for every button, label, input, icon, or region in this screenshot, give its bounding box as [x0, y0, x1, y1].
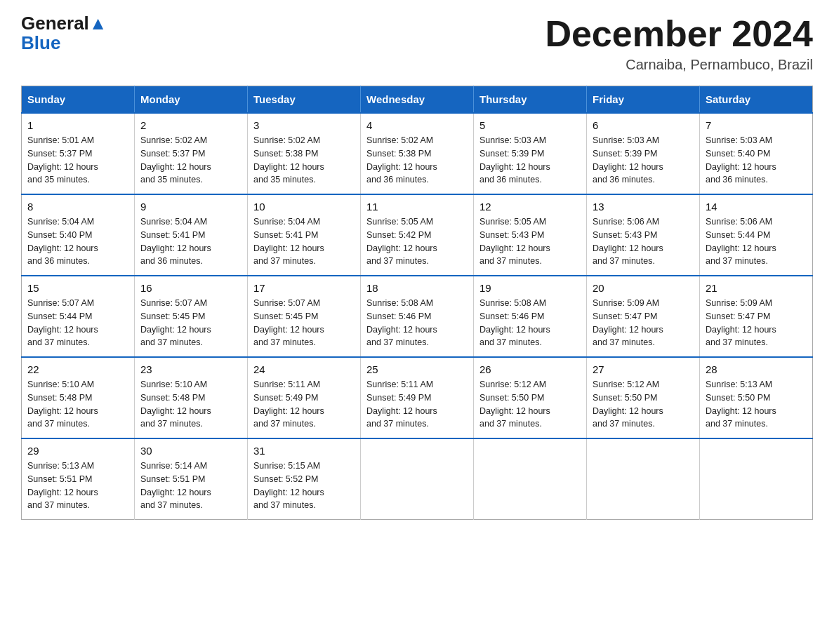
calendar-cell: 2 Sunrise: 5:02 AM Sunset: 5:37 PM Dayli… — [135, 113, 248, 194]
month-year: December 2024 — [545, 14, 813, 54]
calendar-cell — [361, 438, 474, 520]
week-row-5: 29 Sunrise: 5:13 AM Sunset: 5:51 PM Dayl… — [22, 438, 813, 520]
day-number: 10 — [253, 201, 355, 213]
calendar-table: Sunday Monday Tuesday Wednesday Thursday… — [21, 86, 813, 520]
location: Carnaiba, Pernambuco, Brazil — [545, 57, 813, 73]
calendar-cell: 24 Sunrise: 5:11 AM Sunset: 5:49 PM Dayl… — [248, 357, 361, 438]
week-row-4: 22 Sunrise: 5:10 AM Sunset: 5:48 PM Dayl… — [22, 357, 813, 438]
calendar-cell: 18 Sunrise: 5:08 AM Sunset: 5:46 PM Dayl… — [361, 276, 474, 357]
calendar-cell: 11 Sunrise: 5:05 AM Sunset: 5:42 PM Dayl… — [361, 194, 474, 276]
day-number: 7 — [706, 119, 807, 131]
calendar-cell: 30 Sunrise: 5:14 AM Sunset: 5:51 PM Dayl… — [135, 438, 248, 520]
day-number: 24 — [253, 363, 355, 375]
day-number: 21 — [706, 282, 807, 294]
logo: General▲ Blue — [21, 14, 107, 52]
day-number: 29 — [27, 445, 128, 457]
day-info: Sunrise: 5:14 AM Sunset: 5:51 PM Dayligh… — [140, 459, 241, 512]
calendar-cell — [474, 438, 587, 520]
day-info: Sunrise: 5:13 AM Sunset: 5:51 PM Dayligh… — [27, 459, 128, 512]
day-number: 17 — [253, 282, 355, 294]
day-number: 26 — [479, 363, 581, 375]
day-number: 18 — [366, 282, 468, 294]
calendar-cell: 16 Sunrise: 5:07 AM Sunset: 5:45 PM Dayl… — [135, 276, 248, 357]
day-number: 22 — [27, 363, 128, 375]
calendar-cell: 17 Sunrise: 5:07 AM Sunset: 5:45 PM Dayl… — [248, 276, 361, 357]
day-info: Sunrise: 5:09 AM Sunset: 5:47 PM Dayligh… — [593, 297, 694, 349]
calendar-cell: 25 Sunrise: 5:11 AM Sunset: 5:49 PM Dayl… — [361, 357, 474, 438]
day-info: Sunrise: 5:08 AM Sunset: 5:46 PM Dayligh… — [366, 297, 468, 349]
page-header: General▲ Blue December 2024 Carnaiba, Pe… — [21, 14, 813, 73]
day-number: 20 — [593, 282, 694, 294]
day-info: Sunrise: 5:12 AM Sunset: 5:50 PM Dayligh… — [479, 378, 581, 431]
week-row-1: 1 Sunrise: 5:01 AM Sunset: 5:37 PM Dayli… — [22, 113, 813, 194]
calendar-cell — [700, 438, 813, 520]
calendar-cell: 7 Sunrise: 5:03 AM Sunset: 5:40 PM Dayli… — [700, 113, 813, 194]
day-info: Sunrise: 5:08 AM Sunset: 5:46 PM Dayligh… — [479, 297, 581, 349]
header-tuesday: Tuesday — [248, 86, 361, 114]
calendar-cell: 31 Sunrise: 5:15 AM Sunset: 5:52 PM Dayl… — [248, 438, 361, 520]
day-info: Sunrise: 5:05 AM Sunset: 5:42 PM Dayligh… — [366, 215, 468, 268]
day-info: Sunrise: 5:11 AM Sunset: 5:49 PM Dayligh… — [366, 378, 468, 431]
day-number: 15 — [27, 282, 128, 294]
calendar-cell: 12 Sunrise: 5:05 AM Sunset: 5:43 PM Dayl… — [474, 194, 587, 276]
header-monday: Monday — [135, 86, 248, 114]
day-number: 3 — [253, 119, 355, 131]
day-info: Sunrise: 5:02 AM Sunset: 5:37 PM Dayligh… — [140, 134, 241, 187]
day-info: Sunrise: 5:09 AM Sunset: 5:47 PM Dayligh… — [706, 297, 807, 349]
day-info: Sunrise: 5:04 AM Sunset: 5:41 PM Dayligh… — [140, 215, 241, 268]
calendar-cell — [587, 438, 700, 520]
calendar-cell: 3 Sunrise: 5:02 AM Sunset: 5:38 PM Dayli… — [248, 113, 361, 194]
logo-blue-text: Blue — [21, 34, 60, 52]
calendar-cell: 29 Sunrise: 5:13 AM Sunset: 5:51 PM Dayl… — [22, 438, 135, 520]
week-row-3: 15 Sunrise: 5:07 AM Sunset: 5:44 PM Dayl… — [22, 276, 813, 357]
day-info: Sunrise: 5:05 AM Sunset: 5:43 PM Dayligh… — [479, 215, 581, 268]
day-number: 6 — [593, 119, 694, 131]
day-info: Sunrise: 5:12 AM Sunset: 5:50 PM Dayligh… — [593, 378, 694, 431]
day-info: Sunrise: 5:13 AM Sunset: 5:50 PM Dayligh… — [706, 378, 807, 431]
day-number: 2 — [140, 119, 241, 131]
day-info: Sunrise: 5:04 AM Sunset: 5:40 PM Dayligh… — [27, 215, 128, 268]
day-info: Sunrise: 5:01 AM Sunset: 5:37 PM Dayligh… — [27, 134, 128, 187]
day-number: 27 — [593, 363, 694, 375]
day-info: Sunrise: 5:06 AM Sunset: 5:43 PM Dayligh… — [593, 215, 694, 268]
calendar-cell: 28 Sunrise: 5:13 AM Sunset: 5:50 PM Dayl… — [700, 357, 813, 438]
calendar-cell: 5 Sunrise: 5:03 AM Sunset: 5:39 PM Dayli… — [474, 113, 587, 194]
header-friday: Friday — [587, 86, 700, 114]
day-number: 16 — [140, 282, 241, 294]
title-block: December 2024 Carnaiba, Pernambuco, Braz… — [545, 14, 813, 73]
calendar-cell: 10 Sunrise: 5:04 AM Sunset: 5:41 PM Dayl… — [248, 194, 361, 276]
header-thursday: Thursday — [474, 86, 587, 114]
header-saturday: Saturday — [700, 86, 813, 114]
calendar-cell: 15 Sunrise: 5:07 AM Sunset: 5:44 PM Dayl… — [22, 276, 135, 357]
day-number: 8 — [27, 201, 128, 213]
calendar-cell: 1 Sunrise: 5:01 AM Sunset: 5:37 PM Dayli… — [22, 113, 135, 194]
day-info: Sunrise: 5:02 AM Sunset: 5:38 PM Dayligh… — [366, 134, 468, 187]
calendar-cell: 23 Sunrise: 5:10 AM Sunset: 5:48 PM Dayl… — [135, 357, 248, 438]
calendar-cell: 9 Sunrise: 5:04 AM Sunset: 5:41 PM Dayli… — [135, 194, 248, 276]
day-number: 30 — [140, 445, 241, 457]
calendar-cell: 22 Sunrise: 5:10 AM Sunset: 5:48 PM Dayl… — [22, 357, 135, 438]
calendar-cell: 26 Sunrise: 5:12 AM Sunset: 5:50 PM Dayl… — [474, 357, 587, 438]
day-number: 13 — [593, 201, 694, 213]
day-info: Sunrise: 5:03 AM Sunset: 5:40 PM Dayligh… — [706, 134, 807, 187]
calendar-cell: 19 Sunrise: 5:08 AM Sunset: 5:46 PM Dayl… — [474, 276, 587, 357]
day-number: 4 — [366, 119, 468, 131]
day-number: 1 — [27, 119, 128, 131]
logo-general: General▲ — [21, 14, 107, 32]
week-row-2: 8 Sunrise: 5:04 AM Sunset: 5:40 PM Dayli… — [22, 194, 813, 276]
day-info: Sunrise: 5:07 AM Sunset: 5:44 PM Dayligh… — [27, 297, 128, 349]
day-info: Sunrise: 5:02 AM Sunset: 5:38 PM Dayligh… — [253, 134, 355, 187]
calendar-cell: 20 Sunrise: 5:09 AM Sunset: 5:47 PM Dayl… — [587, 276, 700, 357]
day-number: 14 — [706, 201, 807, 213]
day-number: 12 — [479, 201, 581, 213]
day-info: Sunrise: 5:04 AM Sunset: 5:41 PM Dayligh… — [253, 215, 355, 268]
header-sunday: Sunday — [22, 86, 135, 114]
calendar-cell: 6 Sunrise: 5:03 AM Sunset: 5:39 PM Dayli… — [587, 113, 700, 194]
calendar-cell: 13 Sunrise: 5:06 AM Sunset: 5:43 PM Dayl… — [587, 194, 700, 276]
day-number: 11 — [366, 201, 468, 213]
day-info: Sunrise: 5:06 AM Sunset: 5:44 PM Dayligh… — [706, 215, 807, 268]
day-number: 28 — [706, 363, 807, 375]
day-number: 31 — [253, 445, 355, 457]
day-info: Sunrise: 5:07 AM Sunset: 5:45 PM Dayligh… — [253, 297, 355, 349]
calendar-cell: 21 Sunrise: 5:09 AM Sunset: 5:47 PM Dayl… — [700, 276, 813, 357]
